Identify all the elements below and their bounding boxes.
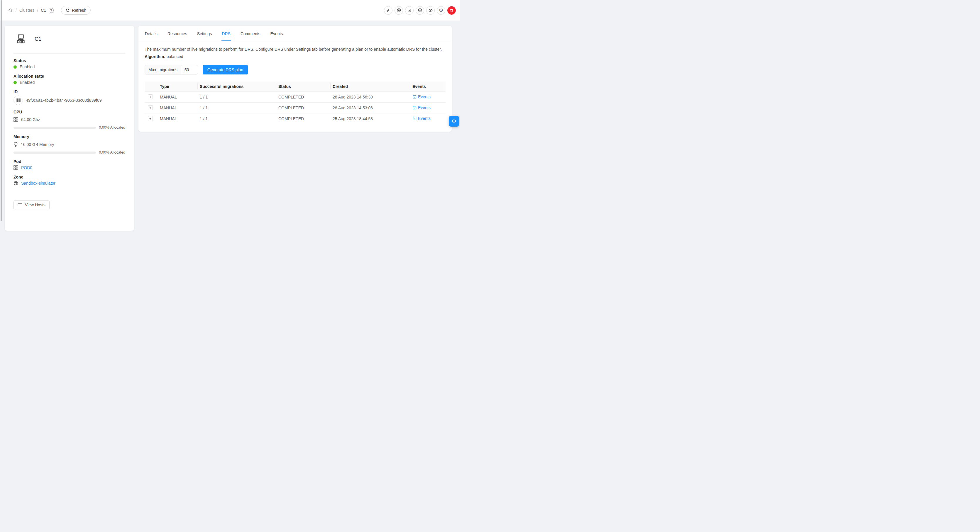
memory-allocated-text: 0.00% Allocated <box>99 150 125 154</box>
events-link[interactable]: Events <box>412 94 431 99</box>
divider <box>13 53 125 54</box>
tab-settings[interactable]: Settings <box>197 26 212 41</box>
minus-square-icon <box>407 8 412 13</box>
disable-button[interactable] <box>416 6 424 15</box>
status-dot-icon <box>13 65 17 68</box>
memory-section: Memory 16.00 GB Memory 0.00% Allocated <box>13 134 125 154</box>
cell-migrations: 1 / 1 <box>197 102 276 113</box>
cpu-label: CPU <box>13 110 125 114</box>
max-migrations-label: Max. migrations <box>145 65 181 74</box>
memory-value: 16.00 GB Memory <box>21 142 54 147</box>
top-bar: / Clusters / C1 ? Refresh <box>0 0 460 21</box>
cpu-grid-icon <box>13 117 18 122</box>
table-row: + MANUAL 1 / 1 COMPLETED 28 Aug 2023 14:… <box>145 91 445 102</box>
zone-label: Zone <box>13 175 125 179</box>
zone-link[interactable]: Sandbox-simulator <box>21 181 56 186</box>
generate-drs-plan-button[interactable]: Generate DRS plan <box>203 65 248 75</box>
gear-icon: ⚙ <box>452 118 456 124</box>
gear-icon: ⚙ <box>439 8 443 13</box>
cell-status: COMPLETED <box>276 113 330 124</box>
calendar-check-icon <box>412 116 417 121</box>
cell-status: COMPLETED <box>276 102 330 113</box>
drs-description: The maximum number of live migrations to… <box>145 46 445 52</box>
allocation-section: Allocation state Enabled <box>13 74 125 85</box>
cell-migrations: 1 / 1 <box>197 91 276 102</box>
table-row: + MANUAL 1 / 1 COMPLETED 25 Aug 2023 18:… <box>145 113 445 124</box>
tab-bar: Details Resources Settings DRS Comments … <box>138 26 452 41</box>
cell-created: 25 Aug 2023 18:44:58 <box>330 113 410 124</box>
zone-section: Zone Sandbox-simulator <box>13 175 125 186</box>
max-migrations-input[interactable] <box>181 65 198 74</box>
drs-plans-table: Type Successful migrations Status Create… <box>145 81 445 124</box>
floating-settings-button[interactable]: ⚙ <box>449 116 459 127</box>
id-value: 49f0c6a1-4b2b-4ba4-9053-33c08d839f69 <box>26 98 102 103</box>
settings-button[interactable]: ⚙ <box>437 6 445 15</box>
home-icon[interactable] <box>8 8 13 13</box>
breadcrumb: / Clusters / C1 ? Refresh <box>8 6 91 15</box>
column-status: Status <box>276 81 330 91</box>
pod-label: Pod <box>13 159 125 164</box>
status-section: Status Enabled <box>13 58 125 69</box>
pod-grid-icon <box>13 165 18 170</box>
resource-info-card: C1 Status Enabled Allocation state Enabl… <box>5 26 134 231</box>
monitor-icon <box>18 203 22 207</box>
tab-comments[interactable]: Comments <box>240 26 261 41</box>
view-hosts-button[interactable]: View Hosts <box>13 200 49 209</box>
events-link[interactable]: Events <box>412 105 431 110</box>
breadcrumb-clusters-link[interactable]: Clusters <box>19 8 34 13</box>
column-events: Events <box>410 81 445 91</box>
trash-icon <box>449 8 454 13</box>
expand-row-button[interactable]: + <box>148 94 153 99</box>
algorithm-value: balanced <box>167 54 183 59</box>
edit-icon <box>386 8 390 13</box>
max-migrations-group: Max. migrations <box>145 65 198 75</box>
cell-created: 28 Aug 2023 14:53:06 <box>330 102 410 113</box>
tab-drs[interactable]: DRS <box>221 26 231 41</box>
cpu-allocated-text: 0.00% Allocated <box>99 125 125 130</box>
refresh-button[interactable]: Refresh <box>61 6 91 15</box>
tab-events[interactable]: Events <box>270 26 283 41</box>
tab-resources[interactable]: Resources <box>167 26 188 41</box>
memory-label: Memory <box>13 134 125 139</box>
expand-row-button[interactable]: + <box>148 105 153 110</box>
expand-row-button[interactable]: + <box>148 116 153 121</box>
id-label: ID <box>13 89 125 94</box>
table-header-row: Type Successful migrations Status Create… <box>145 81 445 91</box>
allocation-value: Enabled <box>20 80 35 85</box>
id-section: ID 49f0c6a1-4b2b-4ba4-9053-33c08d839f69 <box>13 89 125 105</box>
column-successful-migrations: Successful migrations <box>197 81 276 91</box>
pod-link[interactable]: POD0 <box>21 165 32 170</box>
calendar-check-icon <box>412 105 417 110</box>
left-scrollbar[interactable] <box>1 0 2 221</box>
reload-icon <box>65 8 70 13</box>
hide-button[interactable] <box>426 6 435 15</box>
memory-progress-bar <box>13 152 96 154</box>
breadcrumb-separator: / <box>16 8 17 13</box>
eye-invisible-icon <box>428 8 433 13</box>
unmanage-button[interactable] <box>405 6 414 15</box>
cpu-value: 64.00 Ghz <box>21 117 40 122</box>
allocation-dot-icon <box>13 81 17 84</box>
view-hosts-label: View Hosts <box>25 203 46 207</box>
breadcrumb-separator: / <box>37 8 38 13</box>
expand-column-header <box>145 81 158 91</box>
tab-details[interactable]: Details <box>145 26 158 41</box>
resource-title: C1 <box>35 36 41 42</box>
cell-type: MANUAL <box>158 102 197 113</box>
cpu-section: CPU 64.00 Ghz 0.00% Allocated <box>13 110 125 130</box>
minus-circle-icon <box>418 8 422 13</box>
column-created: Created <box>330 81 410 91</box>
detail-card: Details Resources Settings DRS Comments … <box>138 26 452 132</box>
pod-section: Pod POD0 <box>13 159 125 170</box>
cell-type: MANUAL <box>158 91 197 102</box>
pause-button[interactable] <box>395 6 403 15</box>
barcode-icon <box>13 95 23 105</box>
events-link[interactable]: Events <box>412 116 431 121</box>
bulb-icon <box>13 142 18 147</box>
cluster-icon <box>15 33 26 44</box>
help-question-icon[interactable]: ? <box>49 8 54 13</box>
algorithm-label: Algorithm: <box>145 54 165 59</box>
delete-button[interactable] <box>447 6 456 15</box>
cell-created: 28 Aug 2023 14:56:30 <box>330 91 410 102</box>
edit-button[interactable] <box>384 6 393 15</box>
